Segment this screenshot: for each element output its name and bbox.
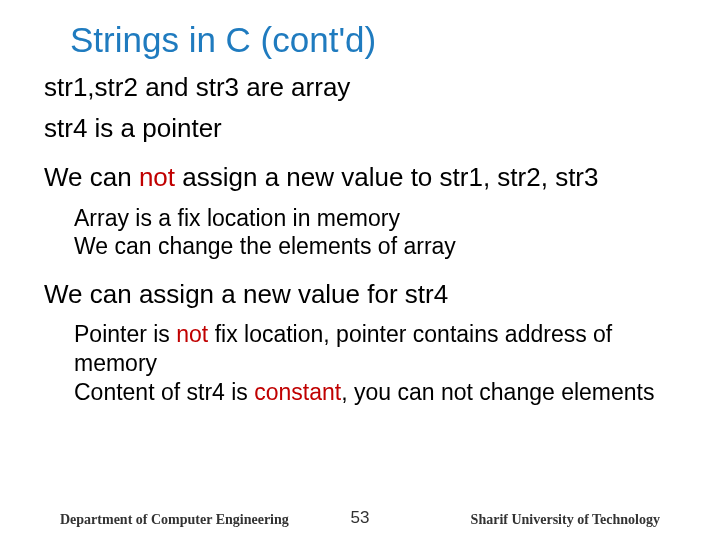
bullet-3-part-b: assign a new value to str1, str2, str3 — [175, 162, 598, 192]
footer-right: Sharif University of Technology — [471, 512, 660, 528]
bullet-4-sub-2-a: Content of str4 is — [74, 379, 254, 405]
bullet-3-sub-1: Array is a fix location in memory — [28, 204, 692, 233]
bullet-3-red: not — [139, 162, 175, 192]
bullet-4-sub-2-red: constant — [254, 379, 341, 405]
bullet-4-sub-1: Pointer is not fix location, pointer con… — [28, 320, 692, 378]
footer-page-number: 53 — [351, 508, 370, 528]
bullet-4-sub-2-b: , you can not change elements — [341, 379, 654, 405]
slide-title: Strings in C (cont'd) — [0, 0, 720, 72]
bullet-3: We can not assign a new value to str1, s… — [28, 162, 692, 193]
bullet-4-sub-2: Content of str4 is constant, you can not… — [28, 378, 692, 407]
bullet-4: We can assign a new value for str4 — [28, 279, 692, 310]
bullet-4-sub-1-red: not — [176, 321, 208, 347]
bullet-3-sub-2: We can change the elements of array — [28, 232, 692, 261]
slide-body: str1,str2 and str3 are array str4 is a p… — [0, 72, 720, 407]
footer-left: Department of Computer Engineering — [60, 512, 289, 528]
bullet-2: str4 is a pointer — [28, 113, 692, 144]
bullet-3-part-a: We can — [44, 162, 139, 192]
bullet-1: str1,str2 and str3 are array — [28, 72, 692, 103]
bullet-4-sub-1-a: Pointer is — [74, 321, 176, 347]
